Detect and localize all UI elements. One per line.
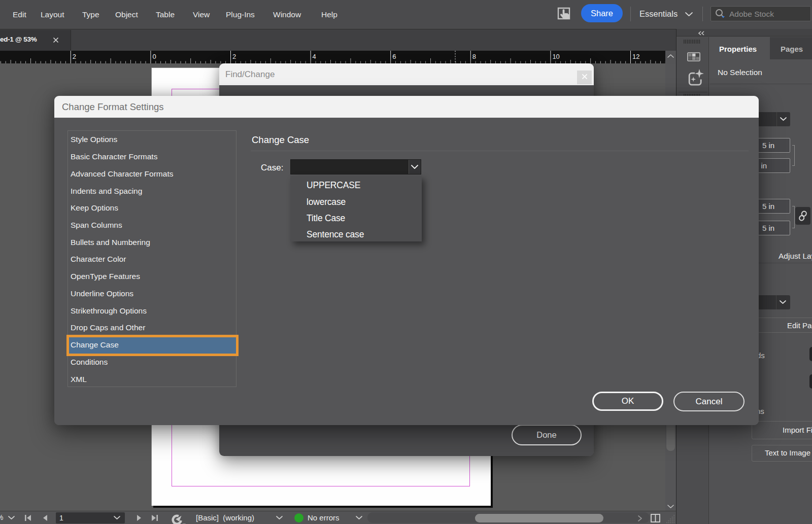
svg-text:10: 10 — [552, 53, 559, 60]
svg-text:12: 12 — [632, 53, 639, 60]
svg-text:2: 2 — [232, 53, 236, 60]
svg-text:0: 0 — [152, 53, 156, 60]
svg-text:6: 6 — [392, 53, 396, 60]
svg-text:8: 8 — [472, 53, 476, 60]
svg-text:4: 4 — [313, 53, 316, 60]
svg-text:2: 2 — [73, 53, 76, 60]
